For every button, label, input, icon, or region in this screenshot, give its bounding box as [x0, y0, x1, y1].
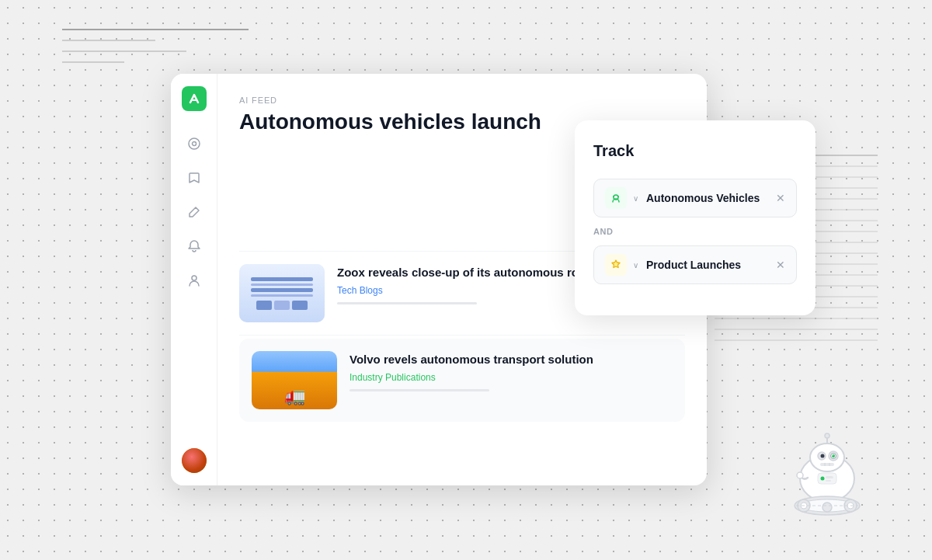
svg-point-31	[821, 454, 825, 458]
sidebar-item-alerts[interactable]	[180, 232, 208, 260]
dash-bar	[251, 277, 313, 281]
autonomous-vehicles-label: Autonomous Vehicles	[646, 192, 770, 204]
svg-point-45	[797, 472, 803, 478]
sidebar-item-discover[interactable]	[180, 130, 208, 158]
svg-point-42	[821, 477, 825, 481]
app-logo[interactable]	[182, 86, 207, 111]
article-info-3: Volvo revels autonomous transport soluti…	[350, 351, 673, 391]
track-panel-title: Track	[593, 142, 797, 160]
article-tag-3: Industry Publications	[350, 372, 673, 383]
track-panel: Track ∨ Autonomous Vehicles ✕ AND ∨ Prod…	[575, 120, 816, 315]
robot-svg	[761, 412, 870, 537]
product-launches-chevron: ∨	[633, 261, 638, 270]
and-label: AND	[593, 227, 797, 236]
svg-point-22	[189, 138, 200, 149]
article-line-2	[337, 302, 477, 304]
svg-point-37	[825, 433, 829, 438]
sidebar-item-profile[interactable]	[180, 266, 208, 294]
autonomous-vehicles-chevron: ∨	[633, 194, 638, 203]
robot-illustration	[761, 412, 870, 537]
track-tag-product-launches[interactable]: ∨ Product Launches ✕	[593, 245, 797, 284]
svg-point-26	[613, 196, 614, 197]
svg-rect-43	[826, 476, 833, 478]
article-line-3	[350, 389, 489, 391]
thumb-dashboard	[239, 264, 325, 322]
svg-point-35	[832, 454, 833, 455]
svg-point-27	[617, 196, 619, 197]
avatar-image	[182, 448, 207, 473]
article-thumb-3: 🚛	[252, 351, 337, 409]
sidebar-item-saved[interactable]	[180, 164, 208, 192]
user-avatar[interactable]	[182, 448, 207, 473]
svg-point-23	[192, 142, 196, 146]
product-launches-icon	[605, 254, 627, 276]
svg-rect-38	[820, 463, 834, 466]
svg-point-29	[810, 443, 844, 471]
sidebar	[171, 74, 217, 485]
dash-bar	[251, 283, 313, 286]
track-tag-autonomous-vehicles[interactable]: ∨ Autonomous Vehicles ✕	[593, 179, 797, 217]
autonomous-vehicles-close[interactable]: ✕	[776, 192, 785, 204]
svg-point-50	[822, 503, 832, 512]
svg-point-24	[192, 276, 196, 280]
feed-label: AI FEED	[239, 96, 685, 105]
svg-rect-44	[826, 480, 831, 482]
dash-bar	[251, 294, 313, 297]
article-thumb-2	[239, 264, 325, 322]
article-title-3: Volvo revels autonomous transport soluti…	[350, 351, 673, 367]
product-launches-label: Product Launches	[646, 259, 770, 271]
article-card-3[interactable]: 🚛 Volvo revels autonomous transport solu…	[239, 339, 685, 422]
product-launches-close[interactable]: ✕	[776, 259, 785, 271]
autonomous-vehicles-icon	[605, 187, 627, 209]
sidebar-item-edit[interactable]	[180, 198, 208, 226]
dash-bar	[251, 288, 313, 292]
